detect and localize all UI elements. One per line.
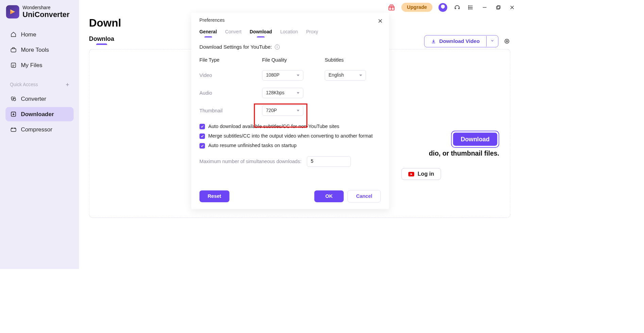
header-file-quality: File Quality xyxy=(262,57,323,63)
svg-rect-0 xyxy=(11,49,16,52)
sidebar-item-home[interactable]: Home xyxy=(5,27,73,42)
youtube-icon xyxy=(408,172,414,177)
svg-rect-13 xyxy=(496,6,499,9)
tab-convert[interactable]: Convert xyxy=(225,28,241,36)
sidebar-item-label: Home xyxy=(21,31,36,37)
checkbox-label: Merge subtitles/CC into the output video… xyxy=(208,133,372,139)
checkbox-merge-subs[interactable]: Merge subtitles/CC into the output video… xyxy=(200,133,381,139)
chevron-down-icon xyxy=(297,75,300,76)
sidebar-item-downloader[interactable]: Downloader xyxy=(5,107,73,121)
quick-access-header: Quick Access + xyxy=(5,78,73,90)
row-video-label: Video xyxy=(200,73,260,78)
login-button[interactable]: Log in xyxy=(402,168,441,180)
tab-downloading[interactable]: Downloa xyxy=(89,35,114,42)
downloader-icon xyxy=(10,110,17,117)
maximize-icon[interactable] xyxy=(494,3,502,11)
reset-button[interactable]: Reset xyxy=(200,190,230,202)
menu-icon[interactable] xyxy=(467,3,475,11)
checkbox-icon xyxy=(200,143,205,148)
brand-main: UniConverter xyxy=(22,10,69,19)
video-quality-select[interactable]: 1080P xyxy=(262,70,303,81)
svg-point-15 xyxy=(506,41,508,42)
close-window-icon[interactable] xyxy=(508,3,516,11)
gift-icon[interactable] xyxy=(388,3,395,11)
sidebar-item-label: Compressor xyxy=(21,126,52,133)
svg-point-2 xyxy=(11,97,13,99)
info-icon[interactable]: i xyxy=(275,45,280,50)
header-subtitles: Subtitles xyxy=(325,57,381,63)
minimize-icon[interactable] xyxy=(481,3,489,11)
home-icon xyxy=(10,31,17,38)
support-icon[interactable] xyxy=(453,3,461,11)
close-icon[interactable] xyxy=(376,17,384,25)
tab-general[interactable]: General xyxy=(200,28,217,36)
svg-point-3 xyxy=(14,98,16,100)
chevron-down-icon xyxy=(359,75,362,76)
download-video-split-button[interactable]: Download Video xyxy=(424,35,498,47)
sidebar-item-more-tools[interactable]: More Tools xyxy=(5,43,73,57)
audio-quality-select[interactable]: 128Kbps xyxy=(262,88,303,98)
sidebar-item-label: My Files xyxy=(21,62,42,68)
sidebar-item-label: More Tools xyxy=(21,46,49,53)
avatar-icon[interactable] xyxy=(439,3,447,12)
converter-icon xyxy=(10,95,17,102)
row-audio-label: Audio xyxy=(200,90,260,96)
brand-logo-icon xyxy=(6,5,19,19)
subtitles-select[interactable]: English xyxy=(325,70,366,81)
checkbox-auto-resume[interactable]: Auto resume unfinished tasks on startup xyxy=(200,143,381,148)
tab-location[interactable]: Location xyxy=(280,28,298,36)
svg-point-10 xyxy=(469,7,469,7)
svg-point-11 xyxy=(469,9,469,9)
sidebar-item-label: Downloader xyxy=(21,111,54,117)
download-button-label: Download xyxy=(453,132,497,146)
preferences-modal: Preferences General Convert Download Loc… xyxy=(191,13,389,209)
header-file-type: File Type xyxy=(200,57,260,63)
hint-text: dio, or thumbnail files. xyxy=(429,149,499,157)
ok-button[interactable]: OK xyxy=(314,190,343,202)
brand: Wondershare UniConverter xyxy=(5,5,73,19)
download-button[interactable]: Download xyxy=(451,131,499,148)
toolbox-icon xyxy=(10,46,17,53)
thumbnail-quality-select[interactable]: 720P xyxy=(262,105,303,116)
cancel-button[interactable]: Cancel xyxy=(348,190,381,202)
brand-sub: Wondershare xyxy=(22,5,69,11)
max-downloads-label: Maximum number of simultaneous downloads… xyxy=(200,159,302,164)
download-video-dropdown[interactable] xyxy=(486,36,498,47)
download-icon xyxy=(431,39,436,44)
sidebar-item-converter[interactable]: Converter xyxy=(5,92,73,106)
file-icon xyxy=(10,62,17,69)
tab-proxy[interactable]: Proxy xyxy=(306,28,318,36)
section-label: Download Settings for YouTube: xyxy=(200,44,272,50)
upgrade-button[interactable]: Upgrade xyxy=(401,3,432,12)
max-downloads-select[interactable]: 5 xyxy=(307,156,351,167)
sidebar-item-label: Converter xyxy=(21,95,46,102)
sidebar-item-compressor[interactable]: Compressor xyxy=(5,122,73,137)
svg-rect-12 xyxy=(497,5,500,9)
svg-point-9 xyxy=(469,5,469,6)
gear-icon[interactable] xyxy=(503,38,510,45)
checkbox-icon xyxy=(200,133,205,139)
chevron-down-icon xyxy=(297,110,300,111)
tab-download[interactable]: Download xyxy=(250,28,272,36)
checkbox-label: Auto download available subtitles/CC for… xyxy=(208,124,339,129)
login-label: Log in xyxy=(418,171,434,177)
plus-icon[interactable]: + xyxy=(66,81,69,88)
checkbox-auto-download-subs[interactable]: Auto download available subtitles/CC for… xyxy=(200,124,381,129)
sidebar-item-my-files[interactable]: My Files xyxy=(5,58,73,72)
quick-access-label: Quick Access xyxy=(10,82,38,87)
checkbox-icon xyxy=(200,124,205,129)
chevron-down-icon xyxy=(297,92,300,94)
checkbox-label: Auto resume unfinished tasks on startup xyxy=(208,143,296,148)
compressor-icon xyxy=(10,126,17,133)
svg-point-14 xyxy=(505,39,509,43)
row-thumbnail-label: Thumbnail xyxy=(200,108,260,113)
modal-title: Preferences xyxy=(200,18,381,23)
download-video-label: Download Video xyxy=(439,38,480,44)
